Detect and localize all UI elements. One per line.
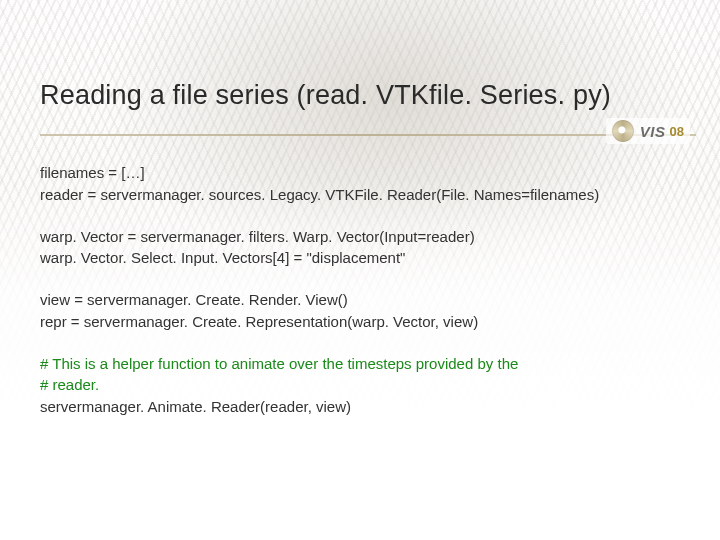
code-line: reader = servermanager. sources. Legacy.… bbox=[40, 184, 680, 206]
brand-name: VIS bbox=[640, 123, 666, 140]
code-body: filenames = […] reader = servermanager. … bbox=[40, 162, 680, 438]
brand-year: 08 bbox=[670, 124, 684, 139]
code-line: servermanager. Animate. Reader(reader, v… bbox=[40, 396, 680, 418]
slide: Reading a file series (read. VTKfile. Se… bbox=[0, 0, 720, 540]
code-line: warp. Vector = servermanager. filters. W… bbox=[40, 226, 680, 248]
divider-line bbox=[40, 134, 696, 136]
brand-starburst-icon bbox=[612, 120, 634, 142]
code-line: view = servermanager. Create. Render. Vi… bbox=[40, 289, 680, 311]
code-block-1: filenames = […] reader = servermanager. … bbox=[40, 162, 680, 206]
code-block-4: # This is a helper function to animate o… bbox=[40, 353, 680, 418]
code-comment: # reader. bbox=[40, 374, 680, 396]
code-block-3: view = servermanager. Create. Render. Vi… bbox=[40, 289, 680, 333]
conference-brand: VIS 08 bbox=[606, 118, 690, 144]
title-divider: VIS 08 bbox=[40, 120, 696, 154]
code-block-2: warp. Vector = servermanager. filters. W… bbox=[40, 226, 680, 270]
code-line: filenames = […] bbox=[40, 162, 680, 184]
code-line: warp. Vector. Select. Input. Vectors[4] … bbox=[40, 247, 680, 269]
slide-title: Reading a file series (read. VTKfile. Se… bbox=[40, 80, 611, 111]
code-line: repr = servermanager. Create. Representa… bbox=[40, 311, 680, 333]
code-comment: # This is a helper function to animate o… bbox=[40, 353, 680, 375]
